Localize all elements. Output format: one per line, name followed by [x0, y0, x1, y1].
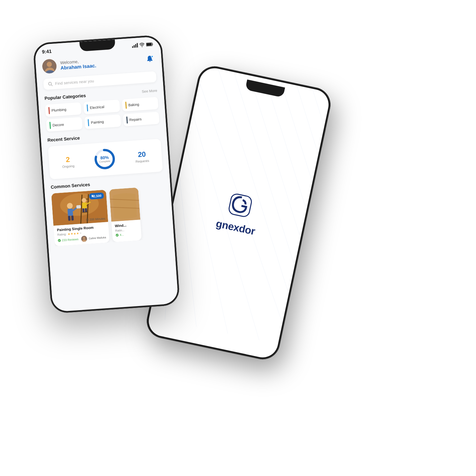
category-label-baking: Baking: [128, 102, 139, 107]
painting-card-body: Painting Single Room Rating: ★ ★ ★ ★ ★: [54, 222, 110, 246]
see-more-link[interactable]: See More: [142, 88, 157, 93]
service-card-wind[interactable]: Wind... Ratin... 4...: [109, 187, 142, 242]
search-placeholder-text: Find services near you: [55, 79, 94, 86]
service-card-painting[interactable]: ₦2,500 200 Minutes: [51, 190, 110, 246]
category-chip-electrical[interactable]: Electrical: [84, 100, 120, 114]
star-5: ★: [79, 232, 82, 235]
star-4: ★: [76, 232, 79, 235]
categories-title: Popular Categories: [45, 93, 86, 101]
svg-rect-15: [146, 43, 152, 46]
wifi-icon: [139, 42, 145, 47]
svg-line-7: [275, 93, 331, 360]
category-label-painting: Painting: [91, 120, 104, 124]
wind-rating-label: Ratin...: [115, 228, 138, 233]
price-badge: ₦2,500: [89, 193, 104, 200]
front-power-button: [164, 70, 166, 88]
notification-badge: [151, 55, 154, 58]
ongoing-label: Ongoing: [62, 164, 74, 168]
star-1: ★: [68, 232, 71, 236]
front-phone: 9:41: [33, 35, 180, 314]
svg-line-2: [196, 76, 332, 357]
category-grid: Plumbing Electrical Baking: [45, 97, 160, 132]
requests-label: Requests: [135, 159, 149, 163]
painting-card-image: ₦2,500 200 Minutes: [51, 190, 108, 226]
status-time: 9:41: [42, 48, 52, 55]
requests-count: 20: [138, 150, 146, 159]
verified-icon: [58, 239, 61, 242]
requests-stat: 20 Requests: [135, 150, 149, 163]
front-phone-screen: 9:41: [35, 36, 179, 312]
svg-rect-32: [67, 209, 73, 216]
category-accent-plumbing: [48, 107, 50, 114]
scene: .stripe { stroke: rgba(180,200,230,0.18)…: [0, 0, 476, 476]
recent-service-title: Recent Service: [47, 135, 80, 143]
category-accent-decore: [49, 122, 51, 129]
common-services-section: Common Services: [51, 177, 168, 246]
app-content: Welcome, Abraham Isaac.: [35, 46, 178, 306]
svg-rect-40: [85, 208, 87, 212]
wind-review-count: 4...: [115, 232, 138, 237]
star-rating: ★ ★ ★ ★ ★: [68, 232, 82, 236]
category-label-electrical: Electrical: [90, 105, 104, 110]
clock-icon: [86, 218, 89, 221]
status-icons: [132, 42, 154, 48]
category-accent-electrical: [87, 104, 88, 112]
category-label-repairs: Repairs: [129, 117, 142, 122]
review-count: 233 Reviews: [58, 238, 79, 242]
svg-line-6: [259, 89, 332, 360]
category-chip-plumbing[interactable]: Plumbing: [45, 102, 82, 117]
stats-row: 2 Ongoing 80% Complete: [48, 139, 163, 179]
category-chip-baking[interactable]: Baking: [122, 97, 159, 112]
wind-service-name: Wind...: [115, 223, 138, 228]
svg-rect-34: [71, 215, 74, 220]
svg-rect-38: [82, 203, 87, 209]
category-label-decore: Decore: [53, 123, 64, 127]
user-avatar: [42, 59, 57, 74]
wind-verified-icon: [115, 233, 119, 237]
recent-service-section: Recent Service 2 Ongoing: [47, 130, 163, 179]
app-header: Welcome, Abraham Isaac.: [42, 52, 155, 74]
progress-complete-text: Complete: [99, 160, 111, 163]
ongoing-count: 2: [65, 155, 70, 164]
svg-rect-36: [76, 205, 81, 209]
category-chip-painting[interactable]: Painting: [84, 114, 121, 129]
ongoing-stat: 2 Ongoing: [62, 155, 74, 168]
star-3: ★: [74, 232, 76, 235]
rating-label-text: Rating:: [57, 233, 66, 236]
svg-rect-33: [68, 216, 71, 221]
welcome-text-block: Welcome, Abraham Isaac.: [60, 55, 141, 71]
popular-categories-section: Popular Categories See More Plumbing Ele…: [45, 88, 160, 132]
category-chip-decore[interactable]: Decore: [46, 117, 83, 132]
category-accent-baking: [125, 102, 127, 109]
category-accent-painting: [88, 119, 89, 126]
progress-label-area: 80% Complete: [93, 147, 117, 171]
front-volume-up-button: [34, 73, 36, 85]
wind-card-image: [109, 187, 140, 222]
battery-icon: [146, 42, 154, 46]
signal-icon: [132, 43, 138, 48]
review-count-text: 233 Reviews: [62, 238, 79, 242]
category-accent-repairs: [126, 116, 128, 124]
search-icon: [48, 82, 53, 86]
category-chip-repairs[interactable]: Repairs: [123, 112, 160, 126]
gnexdor-logo-area: gnexdor: [215, 188, 263, 237]
wind-card-body: Wind... Ratin... 4...: [111, 220, 142, 240]
front-volume-down-button: [35, 88, 37, 100]
star-2: ★: [71, 232, 74, 236]
search-bar[interactable]: Find services near you: [43, 71, 157, 90]
provider-name-text: Celine Maduka: [89, 236, 106, 240]
svg-rect-39: [82, 208, 84, 212]
wind-reviews-text: 4...: [120, 233, 124, 237]
notification-bell-button[interactable]: [144, 54, 155, 65]
services-row: ₦2,500 200 Minutes: [51, 186, 168, 246]
svg-line-20: [51, 85, 53, 86]
provider-avatar: [81, 236, 87, 242]
category-label-plumbing: Plumbing: [51, 107, 66, 112]
gnexdor-icon: [225, 190, 256, 221]
common-services-title: Common Services: [51, 182, 90, 190]
progress-circle: 80% Complete: [93, 147, 117, 171]
